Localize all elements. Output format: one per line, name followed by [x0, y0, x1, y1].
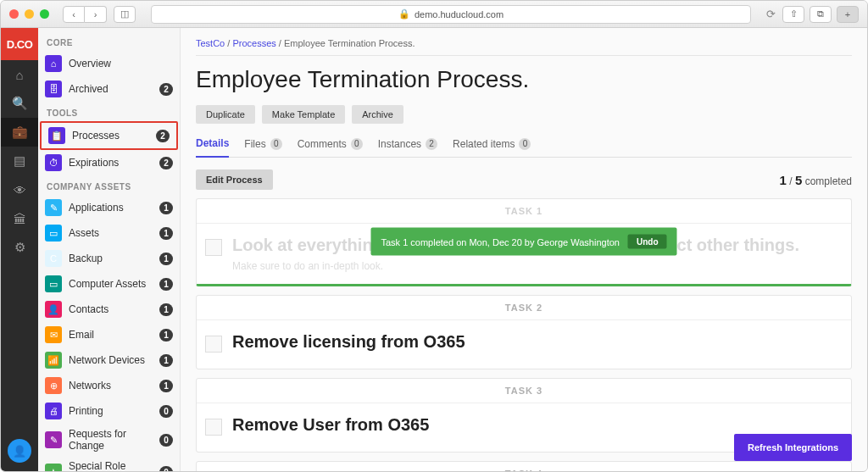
sidebar-item-icon: ✉ [45, 326, 62, 343]
sidebar-item-label: Applications [69, 202, 153, 214]
traffic-lights [9, 9, 49, 19]
breadcrumb: TestCo / Processes / Employee Terminatio… [196, 35, 852, 52]
task-label: TASK 3 [197, 379, 851, 403]
sidebar-badge: 2 [159, 83, 173, 96]
sidebar-item-requests-for-change[interactable]: ✎Requests for Change0 [38, 424, 180, 456]
card-icon[interactable]: ▤ [1, 147, 38, 175]
task-label: TASK 2 [197, 296, 851, 320]
task-label: TASK 1 [197, 199, 851, 224]
sidebar-item-label: Requests for Change [69, 428, 153, 452]
task-card-1: TASK 1 Look at everything in Hudu. Make … [196, 198, 852, 286]
sidebar-item-label: Expirations [69, 157, 153, 169]
close-window-button[interactable] [9, 9, 19, 19]
search-icon[interactable]: 🔍 [1, 89, 38, 118]
sidebar-item-network-devices[interactable]: 📶Network Devices1 [38, 347, 180, 373]
sidebar-badge: 1 [159, 329, 173, 342]
briefcase-icon[interactable]: 💼 [1, 118, 38, 147]
eye-icon[interactable]: 👁 [1, 175, 38, 204]
sidebar-item-special-role-devices[interactable]: ★Special Role Devices0 [38, 456, 180, 471]
sidebar-toggle-button[interactable]: ◫ [114, 6, 136, 23]
sidebar-item-label: Computer Assets [69, 278, 153, 290]
sidebar-item-label: Assets [69, 227, 153, 239]
sidebar-item-icon: 🖨 [45, 403, 62, 419]
tab-files[interactable]: Files0 [244, 134, 281, 157]
sidebar-item-overview[interactable]: ⌂Overview [38, 51, 180, 76]
sidebar-badge: 2 [159, 157, 173, 169]
sidebar-badge: 1 [159, 278, 173, 291]
sidebar-item-icon: 📶 [45, 352, 62, 369]
sidebar-item-contacts[interactable]: 👤Contacts1 [38, 297, 180, 322]
sidebar-item-label: Overview [69, 58, 173, 69]
crumb-company[interactable]: TestCo [196, 38, 225, 48]
home-icon[interactable]: ⌂ [1, 60, 38, 89]
maximize-window-button[interactable] [40, 9, 49, 19]
task-card-4: TASK 4 Change billing [196, 461, 852, 471]
sidebar: CORE ⌂Overview🗄Archived2 TOOLS 📋Processe… [38, 28, 181, 471]
tabs: Details Files0 Comments0 Instances2 Rela… [196, 134, 852, 158]
archive-button[interactable]: Archive [352, 105, 403, 124]
share-button[interactable]: ⇧ [782, 6, 804, 23]
make-template-button[interactable]: Make Template [262, 105, 345, 124]
sidebar-item-label: Printing [69, 405, 153, 417]
edit-process-button[interactable]: Edit Process [196, 169, 273, 190]
sidebar-item-archived[interactable]: 🗄Archived2 [38, 76, 180, 102]
minimize-window-button[interactable] [25, 9, 34, 19]
completion-toast: Task 1 completed on Mon, Dec 20 by Georg… [370, 228, 676, 256]
sidebar-item-processes[interactable]: 📋Processes2 [40, 121, 178, 150]
sidebar-item-backup[interactable]: CBackup1 [38, 246, 180, 271]
sidebar-badge: 1 [159, 253, 173, 265]
crumb-processes[interactable]: Processes [232, 38, 275, 48]
back-button[interactable]: ‹ [63, 6, 85, 23]
sidebar-badge: 0 [159, 434, 173, 447]
tab-comments[interactable]: Comments0 [298, 134, 363, 157]
refresh-integrations-button[interactable]: Refresh Integrations [734, 434, 852, 461]
tabs-button[interactable]: ⧉ [810, 6, 832, 23]
tab-instances[interactable]: Instances2 [378, 134, 437, 157]
sidebar-item-printing[interactable]: 🖨Printing0 [38, 398, 180, 424]
sidebar-item-email[interactable]: ✉Email1 [38, 322, 180, 347]
duplicate-button[interactable]: Duplicate [196, 105, 255, 124]
new-tab-button[interactable]: + [837, 6, 859, 23]
app-logo[interactable]: D.CO [1, 28, 38, 60]
sidebar-item-computer-assets[interactable]: ▭Computer Assets1 [38, 271, 180, 297]
progress-text: 1 / 5 completed [780, 173, 852, 187]
sidebar-badge: 1 [159, 227, 173, 240]
building-icon[interactable]: 🏛 [1, 204, 38, 233]
task-checkbox[interactable] [205, 419, 222, 436]
sidebar-item-applications[interactable]: ✎Applications1 [38, 195, 180, 220]
section-core: CORE [38, 31, 180, 51]
sidebar-item-networks[interactable]: ⊕Networks1 [38, 373, 180, 398]
icon-rail: D.CO ⌂ 🔍 💼 ▤ 👁 🏛 ⚙ 👤 [1, 28, 38, 471]
sidebar-item-icon: ⌂ [45, 55, 62, 72]
task-checkbox[interactable] [205, 336, 222, 353]
gear-icon[interactable]: ⚙ [1, 233, 38, 262]
sidebar-item-label: Networks [69, 380, 153, 391]
sidebar-item-icon: ✎ [45, 431, 62, 448]
sidebar-item-expirations[interactable]: ⏱Expirations2 [38, 150, 180, 175]
browser-titlebar: ‹ › ◫ 🔒 demo.huducloud.com ⟳ ⇧ ⧉ + [1, 1, 867, 28]
task-label: TASK 4 [197, 462, 851, 471]
sidebar-item-icon: ⊕ [45, 377, 62, 394]
tab-details[interactable]: Details [196, 134, 229, 158]
sidebar-item-icon: ▭ [45, 225, 62, 242]
task-title: Remove User from O365 [232, 415, 429, 435]
sidebar-item-icon: 👤 [45, 301, 62, 318]
forward-button[interactable]: › [85, 6, 107, 23]
avatar[interactable]: 👤 [8, 439, 31, 463]
sidebar-item-icon: 📋 [48, 127, 65, 144]
main-content: TestCo / Processes / Employee Terminatio… [181, 28, 867, 471]
task-checkbox[interactable] [205, 239, 222, 256]
sidebar-item-label: Special Role Devices [69, 460, 153, 471]
undo-button[interactable]: Undo [628, 235, 667, 249]
sidebar-item-icon: ⏱ [45, 154, 62, 171]
sidebar-badge: 1 [159, 202, 173, 214]
tab-related[interactable]: Related items0 [453, 134, 531, 157]
address-bar[interactable]: 🔒 demo.huducloud.com [151, 5, 751, 24]
url-text: demo.huducloud.com [415, 9, 504, 19]
sidebar-item-icon: C [45, 250, 62, 267]
sidebar-badge: 0 [159, 405, 173, 418]
sidebar-badge: 1 [159, 303, 173, 316]
reload-icon[interactable]: ⟳ [766, 8, 776, 20]
sidebar-item-assets[interactable]: ▭Assets1 [38, 220, 180, 246]
sidebar-item-label: Network Devices [69, 354, 153, 366]
